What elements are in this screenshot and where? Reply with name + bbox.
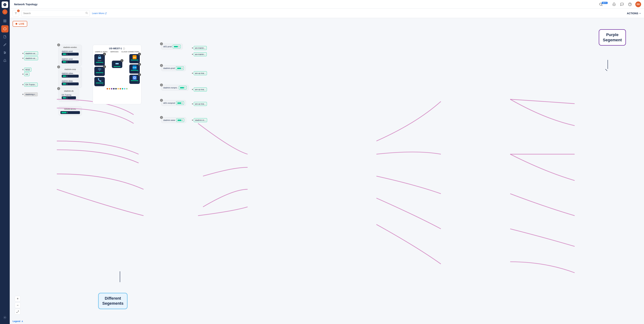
node-bar-3[interactable]: 601E (24, 68, 32, 72)
actions-button[interactable]: ACTIONS (627, 12, 641, 15)
node-dot (192, 54, 193, 55)
sidebar-item-docs[interactable] (1, 33, 8, 40)
live-badge[interactable]: LIVE (13, 21, 27, 27)
sidebar-bottom (1, 314, 8, 322)
far-right-node-2[interactable]: am-trainin... (192, 52, 207, 56)
sidebar-item-alerts[interactable] (1, 57, 8, 64)
left-node-6[interactable]: stadming-r... (22, 92, 38, 96)
zoom-in-button[interactable]: + (15, 296, 20, 302)
remote-inner-1[interactable]: 1 (60, 111, 80, 114)
beta-search-icon[interactable]: BETA (599, 2, 609, 6)
svg-line-1 (602, 5, 602, 6)
stadmin-nonprod-label: stadmin-nonpro. (163, 86, 178, 89)
node-bar-1[interactable]: stadmin-ve... (24, 52, 38, 56)
far-node-bar-3[interactable]: am-az-trai... (194, 71, 207, 75)
left-node-2[interactable]: stadmin-ve... (22, 56, 38, 60)
left-node-1[interactable]: stadmin-ve... (22, 52, 38, 56)
stadmin-nonprod-group[interactable]: 1 stadmin-nonpro. 1 (161, 85, 189, 90)
left-node-3[interactable]: 601E (22, 68, 32, 72)
far-right-node-3[interactable]: am-az-trai... (192, 71, 207, 75)
sidebar-collapse-btn[interactable]: › (2, 10, 8, 14)
service-node-1[interactable]: 2 (112, 60, 122, 68)
sidebar-item-settings[interactable] (1, 314, 8, 321)
far-right-node-1[interactable]: am-trainin... (192, 46, 207, 50)
svg-rect-7 (5, 20, 6, 20)
different-callout-text: DifferentSegements (102, 296, 124, 306)
node-bar-2[interactable]: stadmin-ve... (24, 56, 38, 60)
gcp-node[interactable]: 1 GCP ○ (129, 75, 140, 84)
far-node-bar-2[interactable]: am-trainin... (194, 52, 207, 56)
help-nav-icon[interactable] (628, 2, 632, 7)
node-dot (192, 120, 193, 121)
far-right-node-6[interactable]: stadmin-in... (192, 118, 207, 122)
dx-inner-1[interactable]: DX-Training 1 (60, 93, 77, 100)
chat-nav-icon[interactable] (620, 2, 624, 7)
st01-nonprod-group[interactable]: 1 st01-nonprod 1 (161, 100, 186, 106)
sidebar-item-integrations[interactable] (1, 41, 8, 48)
corp-inner-1[interactable]: stadmin-sdwa... 1 (60, 72, 80, 78)
st01-prod-count: 1 (178, 46, 179, 48)
sidebar-item-dashboard[interactable] (1, 17, 8, 24)
stadmin-nonprod-count: 1 (184, 87, 186, 88)
purple-callout-title: PurpleSegement (603, 32, 622, 42)
aws-node[interactable]: 2 AWS ○ (129, 54, 140, 63)
vendor-inner-2[interactable]: stadmin-vend. 1 (60, 57, 80, 64)
far-right-node-5[interactable]: am-az-trai... (192, 102, 207, 106)
zoom-out-button[interactable]: − (15, 302, 20, 308)
far-node-bar-4[interactable]: am-az-trai... (194, 88, 207, 92)
search-box (21, 10, 90, 16)
user-avatar[interactable]: DD (635, 2, 641, 7)
node-bar-6[interactable]: stadming-r... (24, 92, 38, 96)
vendor-inner-1[interactable]: stadmin-vend. 1 (60, 50, 80, 56)
st01-nonprod-badge: 1 (160, 99, 163, 102)
region-columns: USERS & SITES SERVICES CLOUD CONNECTORS (94, 51, 140, 53)
far-right-node-4[interactable]: am-az-trai... (192, 88, 207, 92)
wifi-badge: 1 (103, 65, 106, 68)
services-col: 2 (112, 60, 122, 68)
far-node-bar-1[interactable]: am-trainin... (194, 46, 207, 50)
purple-arrow-head (605, 69, 607, 71)
bell-nav-icon[interactable] (612, 2, 616, 7)
st01-nonprod-bar: 1 (176, 101, 184, 105)
azure-node[interactable]: 2 AZURE ○ (129, 64, 140, 74)
aws-badge: 2 (138, 53, 141, 56)
legend-label: Legend (13, 320, 20, 322)
ipsec-node[interactable]: 4 ipsec ○ (94, 54, 105, 66)
legend-bar[interactable]: Legend ∧ (13, 320, 23, 322)
svg-text:GCP: GCP (134, 78, 136, 78)
st01-prod-group[interactable]: 1 st01-prod 1 (161, 44, 183, 50)
stadmin-www-group[interactable]: 1 stadmin-www 1 (161, 117, 186, 123)
segment-dots-row (94, 88, 140, 90)
sidebar-item-sliders[interactable] (1, 49, 8, 56)
stadmin-www-badge: 1 (160, 116, 163, 119)
svg-rect-9 (5, 21, 6, 22)
search-input[interactable] (23, 12, 85, 14)
zoom-controls: + − (15, 296, 20, 314)
sidebar-item-topology[interactable] (1, 25, 8, 32)
stadmin-prod-count: 1 (182, 67, 182, 69)
st01-nonprod-progress (177, 102, 181, 104)
left-node-4[interactable]: csr (22, 72, 30, 76)
zoom-fit-button[interactable] (15, 309, 20, 314)
svg-marker-10 (4, 28, 6, 30)
left-node-5[interactable]: DX-Trainin... (22, 82, 38, 86)
toolbar: 1 Learn More ACTIONS (10, 9, 644, 18)
filter-button[interactable]: 1 (13, 10, 19, 16)
different-segments-callout: DifferentSegements (98, 293, 128, 309)
svg-line-27 (87, 14, 88, 14)
node-bar-5[interactable]: DX-Trainin... (24, 82, 38, 86)
node-bar-4[interactable]: csr (24, 72, 30, 76)
corp-inner-2[interactable]: stadmin-deep. 1 (60, 79, 80, 86)
phone-node[interactable]: ○ (94, 77, 105, 86)
far-node-bar-5[interactable]: am-az-trai... (194, 102, 207, 106)
canvas-area: LIVE + − Legend ∧ .conn-line { fill: non… (10, 18, 644, 324)
stadmin-nonprod-progress (180, 87, 184, 88)
stadmin-prod-group[interactable]: 1 stadmin-prod 1 (161, 65, 186, 71)
wifi-node[interactable]: 1 ○ (94, 67, 105, 76)
svg-point-36 (100, 71, 100, 71)
search-icon (85, 12, 88, 15)
region-box: US-WEST-1 USERS & SITES SERVICES CLOUD C… (93, 45, 142, 104)
svg-point-12 (6, 44, 6, 44)
learn-more-link[interactable]: Learn More (92, 12, 107, 14)
far-node-bar-6[interactable]: stadmin-in... (194, 118, 207, 122)
